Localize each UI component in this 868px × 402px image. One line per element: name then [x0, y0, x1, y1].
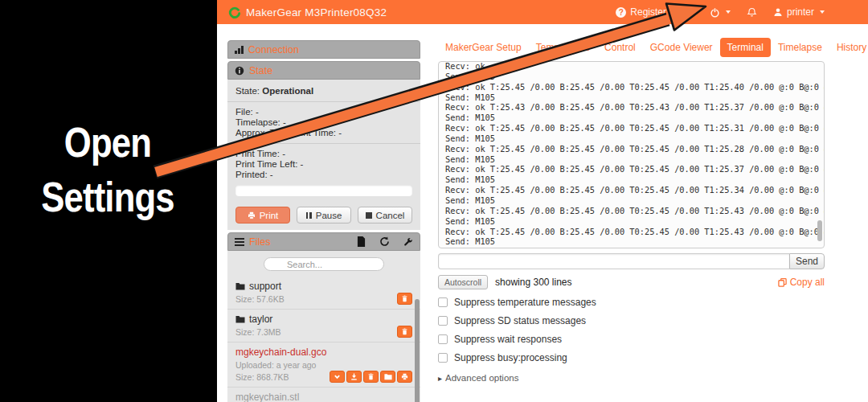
terminal-line: Send: M105: [445, 72, 817, 82]
terminal-log[interactable]: Recv: ok Send: M105 Recv: ok T:25.45 /0.…: [438, 61, 825, 248]
copy-all-link[interactable]: Copy all: [778, 277, 825, 288]
file-size: Size: 7.3MB: [235, 327, 412, 337]
terminal-line: Recv: ok T:25.45 /0.00 B:25.45 /0.00 T0:…: [445, 185, 817, 195]
signal-icon: [235, 46, 244, 54]
power-menu-button[interactable]: [710, 7, 731, 18]
file-search-input[interactable]: [264, 257, 384, 271]
terminal-line: Send: M105: [445, 92, 817, 103]
tab-temperature[interactable]: Temperature: [529, 38, 597, 57]
file-icon[interactable]: [357, 236, 366, 247]
divider: [227, 143, 420, 144]
files-scrollbar[interactable]: [415, 299, 420, 402]
checkbox-icon: [438, 297, 448, 307]
cancel-button-label: Cancel: [376, 211, 405, 220]
app-title: MakerGear M3Printer08Q32: [246, 6, 387, 18]
print-button[interactable]: Print: [235, 207, 290, 224]
send-button[interactable]: Send: [789, 253, 825, 269]
file-details-button[interactable]: [330, 371, 345, 383]
files-panel-title: Files: [249, 236, 270, 248]
refresh-icon[interactable]: [379, 236, 390, 247]
terminal-line: Recv: ok T:25.45 /0.00 B:25.45 /0.00 T0:…: [445, 227, 817, 237]
checkbox-label: Suppress temperature messages: [454, 297, 596, 308]
file-list-item[interactable]: mgkeychain.stl Uploaded: 2 years ago Siz…: [227, 388, 420, 402]
delete-folder-button[interactable]: [397, 326, 412, 338]
trash-icon: [401, 295, 408, 302]
list-icon: [235, 238, 244, 246]
state-value: Operational: [262, 86, 313, 96]
tab-gcode-viewer[interactable]: GCode Viewer: [643, 38, 720, 57]
file-list-item-folder[interactable]: support Size: 57.6KB: [227, 277, 420, 310]
state-value-line: State: Operational: [235, 86, 412, 96]
state-panel-header[interactable]: State: [227, 61, 420, 80]
pause-icon: [306, 212, 312, 219]
question-icon: ?: [616, 7, 626, 18]
advanced-options-toggle[interactable]: ▸Advanced options: [438, 373, 825, 383]
terminal-scrollbar[interactable]: [817, 220, 822, 241]
connection-panel-title: Connection: [248, 44, 299, 55]
copy-icon: [778, 278, 787, 287]
settings-button[interactable]: [682, 6, 694, 18]
connection-panel-header[interactable]: Connection: [227, 40, 420, 59]
terminal-command-input[interactable]: [438, 253, 789, 269]
cancel-button[interactable]: Cancel: [358, 207, 412, 224]
terminal-line: Recv: ok: [445, 61, 817, 72]
suppress-sd-status-checkbox[interactable]: Suppress SD status messages: [438, 315, 825, 326]
file-list: support Size: 57.6KB taylor: [227, 277, 420, 402]
state-printed-line: Printed: -: [235, 170, 412, 180]
state-print-time-left-line: Print Time Left: -: [235, 159, 412, 170]
octoprint-window: MakerGear M3Printer08Q32 ? Register: [217, 0, 868, 402]
checkbox-label: Suppress wait responses: [454, 334, 562, 345]
register-button[interactable]: ? Register: [616, 6, 666, 18]
terminal-line: Send: M105: [445, 236, 817, 247]
folder-icon: [235, 282, 245, 290]
tab-makergear-setup[interactable]: MakerGear Setup: [438, 38, 529, 57]
file-uploaded: Uploaded: a year ago: [235, 360, 412, 370]
annotation-text: Open Settings: [17, 121, 198, 219]
state-file-line: File: -: [235, 107, 412, 117]
autoscroll-toggle[interactable]: Autoscroll: [438, 275, 488, 289]
wrench-icon[interactable]: [403, 237, 413, 247]
notifications-button[interactable]: [747, 7, 757, 18]
makergear-logo-icon: [228, 6, 240, 18]
person-icon: [773, 7, 783, 17]
state-panel-title: State: [249, 65, 272, 76]
trash-icon: [367, 373, 375, 380]
file-list-item[interactable]: mgkeychain-dual.gco Uploaded: a year ago…: [227, 343, 420, 388]
terminal-line: Send: M105: [445, 154, 817, 165]
delete-file-button[interactable]: [363, 371, 379, 383]
suppress-temperature-checkbox[interactable]: Suppress temperature messages: [438, 297, 825, 308]
load-file-button[interactable]: [380, 371, 395, 383]
main-content: MakerGear Setup Temperature Control GCod…: [438, 38, 825, 383]
screenshot-stage: MakerGear M3Printer08Q32 ? Register: [0, 0, 868, 402]
files-panel-header[interactable]: Files: [227, 232, 420, 251]
pause-button[interactable]: Pause: [297, 207, 351, 224]
state-label: State:: [235, 86, 260, 96]
download-file-button[interactable]: [346, 371, 362, 383]
user-menu-button[interactable]: printer: [773, 6, 825, 18]
terminal-line: Recv: ok T:25.45 /0.00 B:25.45 /0.00 T0:…: [445, 144, 817, 154]
suppress-busy-checkbox[interactable]: Suppress busy:processing: [438, 352, 825, 363]
load-and-print-button[interactable]: [397, 371, 412, 383]
delete-folder-button[interactable]: [397, 293, 412, 305]
caret-down-icon: [820, 10, 825, 14]
tab-history[interactable]: History: [829, 38, 868, 57]
file-list-item-folder[interactable]: taylor Size: 7.3MB: [227, 310, 420, 343]
state-print-time-line: Print Time: -: [235, 149, 412, 159]
top-navbar: MakerGear M3Printer08Q32 ? Register: [217, 0, 868, 24]
terminal-utility-row: Autoscroll showing 300 lines Copy all: [438, 275, 825, 289]
tab-terminal[interactable]: Terminal: [720, 38, 771, 57]
print-progress-bar: [235, 185, 412, 196]
state-timelapse-line: Timelapse: -: [235, 117, 412, 128]
terminal-line: Send: M105: [445, 133, 817, 144]
tab-control[interactable]: Control: [597, 38, 643, 57]
tab-timelapse[interactable]: Timelapse: [771, 38, 829, 57]
folder-name: support: [249, 281, 281, 292]
folder-open-icon: [384, 373, 392, 380]
checkbox-label: Suppress busy:processing: [454, 352, 567, 363]
suppress-wait-checkbox[interactable]: Suppress wait responses: [438, 334, 825, 345]
file-name: mgkeychain-dual.gco: [235, 347, 412, 358]
terminal-line: Send: M105: [445, 216, 817, 227]
username-label: printer: [787, 6, 814, 18]
lines-shown-status: showing 300 lines: [495, 277, 571, 288]
folder-icon: [235, 315, 245, 323]
